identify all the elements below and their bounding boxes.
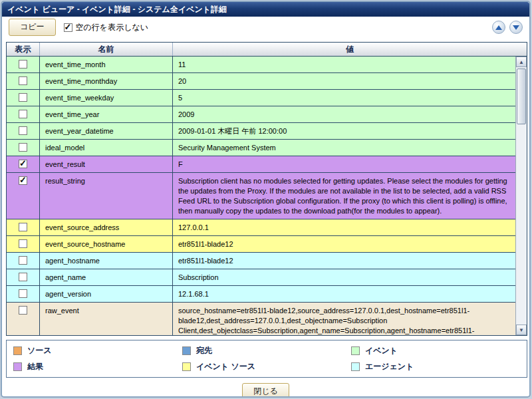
row-value: Subscription	[173, 269, 515, 285]
row-show-checkbox[interactable]	[19, 110, 27, 118]
row-show-cell	[7, 123, 40, 139]
hide-empty-rows-option: 空の行を表示しない	[64, 22, 148, 33]
legend-label: 結果	[27, 361, 43, 372]
previous-event-button[interactable]	[492, 21, 505, 34]
row-show-cell	[7, 106, 40, 122]
row-name: event_source_address	[40, 219, 173, 235]
footer: 閉じる	[6, 383, 525, 398]
table-row: event_source_hostnameetr851l1-blade12	[7, 236, 515, 253]
row-value: etr851l1-blade12	[173, 236, 515, 252]
event-details-window: イベント ビューア - イベント詳細 - システム全イベント詳細 コピー 空の行…	[1, 1, 531, 398]
legend-box: ソース宛先イベント結果イベント ソースエージェント	[6, 340, 527, 378]
table-row: event_time_monthday20	[7, 73, 515, 90]
row-value: F	[173, 156, 515, 172]
row-show-cell	[7, 140, 40, 156]
table-body-rows: event_time_month11event_time_monthday20e…	[7, 57, 527, 335]
legend-color-swatch	[13, 362, 22, 371]
hide-empty-label: 空の行を表示しない	[76, 22, 148, 33]
legend-item: ソース	[13, 345, 182, 356]
row-name: raw_event	[40, 303, 173, 335]
header-value: 値	[173, 43, 527, 56]
legend-label: ソース	[27, 345, 52, 356]
row-name: event_time_monthday	[40, 73, 173, 89]
row-show-checkbox[interactable]	[19, 223, 27, 231]
table-row: event_year_datetime2009-01-01 木曜日 午前 12:…	[7, 123, 515, 140]
row-show-checkbox[interactable]	[19, 273, 27, 281]
scrollbar-up-button[interactable]: ▲	[516, 57, 527, 67]
row-show-cell	[7, 286, 40, 302]
legend-item: エージェント	[351, 361, 520, 372]
row-show-checkbox[interactable]	[19, 60, 27, 68]
header-name: 名前	[40, 43, 173, 56]
legend-label: 宛先	[196, 345, 212, 356]
content-area: 表示 名前 値 event_time_month11event_time_mon…	[2, 38, 529, 398]
table-body: event_time_month11event_time_monthday20e…	[7, 57, 527, 335]
table-row: event_time_year2009	[7, 106, 515, 123]
row-name: event_source_hostname	[40, 236, 173, 252]
row-show-cell	[7, 156, 40, 172]
row-show-checkbox[interactable]	[19, 306, 27, 315]
row-name: event_year_datetime	[40, 123, 173, 139]
row-show-checkbox[interactable]	[19, 160, 27, 168]
row-value: Subscription client has no modules selec…	[173, 173, 515, 219]
table-row: agent_nameSubscription	[7, 269, 515, 286]
hide-empty-checkbox[interactable]	[64, 23, 72, 32]
scrollbar[interactable]: ▲ ▼	[515, 57, 527, 335]
table-row: raw_eventsource_hostname=etr851l1-blade1…	[7, 303, 515, 335]
row-show-checkbox[interactable]	[19, 143, 27, 152]
close-button[interactable]: 閉じる	[242, 383, 289, 398]
row-show-cell	[7, 173, 40, 219]
down-arrow-icon	[513, 25, 519, 30]
legend-label: エージェント	[365, 361, 414, 372]
row-show-cell	[7, 57, 40, 72]
legend-item: 結果	[13, 361, 182, 372]
row-show-cell	[7, 253, 40, 269]
event-nav-buttons	[492, 21, 523, 34]
window-title: イベント ビューア - イベント詳細 - システム全イベント詳細	[7, 5, 227, 14]
row-show-cell	[7, 219, 40, 235]
copy-button[interactable]: コピー	[9, 19, 56, 36]
row-name: ideal_model	[40, 140, 173, 156]
row-show-cell	[7, 269, 40, 285]
row-show-checkbox[interactable]	[19, 239, 27, 248]
legend-label: イベント ソース	[196, 361, 255, 372]
row-show-cell	[7, 90, 40, 106]
header-show: 表示	[7, 43, 40, 56]
row-value: Security Management System	[173, 140, 515, 156]
event-details-table: 表示 名前 値 event_time_month11event_time_mon…	[6, 42, 527, 336]
row-value: source_hostname=etr851l1-blade12,source_…	[173, 303, 515, 335]
row-show-checkbox[interactable]	[19, 93, 27, 102]
table-row: event_resultF	[7, 156, 515, 173]
table-row: ideal_modelSecurity Management System	[7, 140, 515, 156]
toolbar: コピー 空の行を表示しない	[2, 17, 529, 38]
scrollbar-down-button[interactable]: ▼	[516, 325, 527, 335]
table-row: agent_version12.1.68.1	[7, 286, 515, 303]
row-name: event_time_year	[40, 106, 173, 122]
scrollbar-thumb[interactable]	[517, 68, 526, 124]
row-show-checkbox[interactable]	[19, 176, 27, 185]
row-show-checkbox[interactable]	[19, 126, 27, 135]
table-header: 表示 名前 値	[7, 43, 527, 57]
legend-item: イベント ソース	[182, 361, 351, 372]
table-row: event_time_weekday5	[7, 90, 515, 106]
row-name: agent_hostname	[40, 253, 173, 269]
row-show-checkbox[interactable]	[19, 76, 27, 85]
row-show-cell	[7, 303, 40, 335]
row-name: event_result	[40, 156, 173, 172]
row-show-checkbox[interactable]	[19, 256, 27, 265]
title-bar: イベント ビューア - イベント詳細 - システム全イベント詳細	[2, 2, 529, 17]
row-value: 5	[173, 90, 515, 106]
row-value: 12.1.68.1	[173, 286, 515, 302]
legend-color-swatch	[351, 346, 360, 355]
next-event-button[interactable]	[509, 21, 523, 34]
row-show-checkbox[interactable]	[19, 289, 27, 298]
legend-item: イベント	[351, 345, 520, 356]
legend-label: イベント	[365, 345, 398, 356]
table-row: agent_hostnameetr851l1-blade12	[7, 253, 515, 269]
legend-color-swatch	[182, 346, 191, 355]
row-value: 2009	[173, 106, 515, 122]
row-value: etr851l1-blade12	[173, 253, 515, 269]
row-value: 11	[173, 57, 515, 72]
table-row: event_time_month11	[7, 57, 515, 73]
legend-color-swatch	[182, 362, 191, 371]
